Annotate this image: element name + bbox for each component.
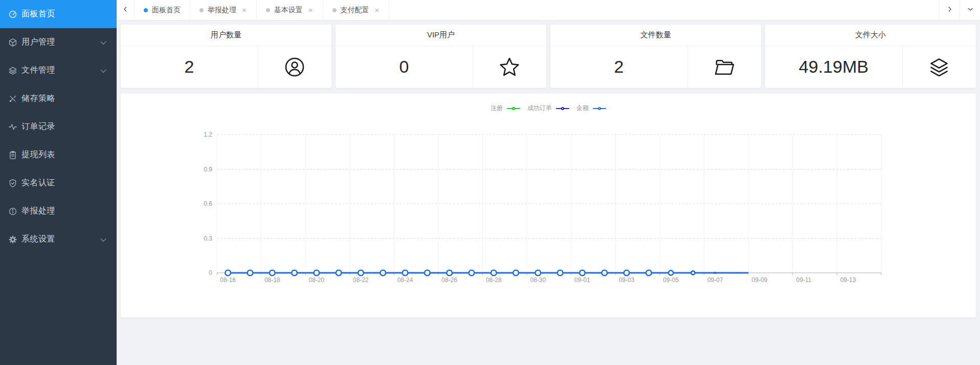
folder-icon — [713, 56, 736, 78]
sidebar-item-5[interactable]: 提现列表 — [0, 141, 117, 169]
sidebar: 面板首页 用户管理 文件管理 储存策略 订单记录 提现列表 实名认证 举报处理 … — [0, 0, 117, 365]
stat-cards-row: 用户数量 2 VIP用户 0 文件数量 2 文件大小 49.19MB — [121, 25, 976, 88]
svg-text:09-01: 09-01 — [574, 276, 590, 284]
tab-close-icon[interactable]: × — [308, 6, 314, 14]
tab-close-icon[interactable]: × — [374, 6, 380, 14]
tab-bar: 面板首页 举报处理 × 基本设置 × 支付配置 × — [117, 0, 980, 20]
svg-text:09-09: 09-09 — [751, 276, 767, 284]
sidebar-item-4[interactable]: 订单记录 — [0, 113, 117, 141]
sidebar-item-label: 面板首页 — [21, 9, 55, 19]
legend-label: 成功订单 — [527, 104, 552, 113]
tab-label: 举报处理 — [208, 6, 236, 15]
layers-icon — [8, 66, 17, 75]
chevron-left-icon — [121, 5, 129, 15]
chart-card: 注册 成功订单 金额 00.30.60.91.208-1608-1808-200… — [121, 94, 976, 317]
svg-text:08-28: 08-28 — [486, 276, 502, 284]
tab-status-dot-icon — [199, 8, 204, 12]
tab[interactable]: 面板首页 — [135, 0, 190, 20]
svg-text:09-03: 09-03 — [619, 276, 635, 284]
chevron-right-icon — [946, 5, 954, 15]
activity-icon — [8, 122, 17, 132]
star-icon — [498, 56, 521, 78]
sidebar-item-label: 储存策略 — [21, 93, 55, 104]
chevron-down-icon — [100, 235, 106, 241]
svg-text:08-16: 08-16 — [220, 276, 236, 284]
legend-item[interactable]: 金额 — [576, 104, 606, 113]
tab[interactable]: 支付配置 × — [323, 0, 390, 20]
svg-text:08-20: 08-20 — [308, 276, 324, 284]
sidebar-item-3[interactable]: 储存策略 — [0, 84, 117, 113]
svg-text:0: 0 — [209, 269, 212, 276]
tab[interactable]: 基本设置 × — [257, 0, 323, 20]
chart-legend: 注册 成功订单 金额 — [121, 104, 976, 113]
sidebar-item-label: 订单记录 — [21, 121, 55, 132]
stat-card-title: VIP用户 — [336, 25, 546, 46]
stat-card-value: 0 — [336, 46, 473, 88]
gear-icon — [8, 235, 17, 244]
trend-chart[interactable]: 00.30.60.91.208-1608-1808-2008-2208-2408… — [121, 94, 976, 317]
sidebar-item-2[interactable]: 文件管理 — [0, 56, 117, 84]
stat-card-value: 2 — [121, 46, 258, 88]
tab-status-dot-icon — [144, 8, 148, 12]
svg-text:0.3: 0.3 — [204, 235, 212, 242]
tools-icon — [8, 94, 17, 103]
svg-text:1.2: 1.2 — [204, 131, 212, 138]
dashboard-icon — [8, 10, 17, 19]
svg-text:09-05: 09-05 — [663, 276, 679, 284]
stat-card: 用户数量 2 — [121, 25, 331, 88]
sidebar-item-label: 举报处理 — [21, 206, 55, 217]
stat-card-value: 2 — [550, 46, 687, 88]
user-icon — [283, 56, 306, 78]
tab-close-icon[interactable]: × — [241, 6, 247, 14]
svg-text:09-13: 09-13 — [840, 276, 856, 284]
stat-card: VIP用户 0 — [336, 25, 546, 88]
stat-card: 文件大小 49.19MB — [765, 25, 976, 88]
tabbar-spacer — [389, 0, 939, 20]
svg-text:09-07: 09-07 — [707, 276, 723, 284]
svg-text:0.9: 0.9 — [204, 166, 212, 173]
sidebar-item-7[interactable]: 举报处理 — [0, 197, 117, 225]
legend-line-marker-icon — [556, 106, 569, 111]
tab-status-dot-icon — [332, 8, 337, 12]
svg-text:0.6: 0.6 — [204, 200, 212, 207]
shield-check-icon — [8, 179, 17, 188]
info-icon — [8, 207, 17, 216]
stat-card-value: 49.19MB — [765, 46, 902, 88]
sidebar-item-label: 文件管理 — [21, 65, 55, 76]
sidebar-item-0[interactable]: 面板首页 — [0, 0, 117, 28]
svg-text:08-24: 08-24 — [397, 276, 413, 284]
tab-label: 支付配置 — [341, 6, 369, 15]
stat-card-title: 文件大小 — [765, 25, 976, 46]
sidebar-item-label: 实名认证 — [21, 178, 55, 188]
tabs-menu-button[interactable] — [960, 0, 980, 20]
legend-item[interactable]: 成功订单 — [527, 104, 569, 113]
stat-card: 文件数量 2 — [550, 25, 761, 88]
legend-line-marker-icon — [593, 106, 606, 111]
stack-icon — [928, 56, 950, 78]
cube-icon — [8, 38, 17, 47]
sidebar-item-label: 系统设置 — [21, 234, 55, 245]
tab[interactable]: 举报处理 × — [190, 0, 257, 20]
chevron-down-icon — [100, 67, 106, 72]
svg-text:09-11: 09-11 — [796, 276, 812, 284]
tab-status-dot-icon — [266, 8, 270, 12]
chevron-down-icon — [100, 38, 106, 44]
sidebar-item-8[interactable]: 系统设置 — [0, 225, 117, 253]
sidebar-item-label: 用户管理 — [21, 37, 55, 48]
stat-card-title: 文件数量 — [550, 25, 761, 46]
sidebar-item-6[interactable]: 实名认证 — [0, 169, 117, 197]
tabs-scroll-left-button[interactable] — [117, 0, 135, 20]
svg-text:08-22: 08-22 — [353, 276, 369, 284]
sidebar-item-1[interactable]: 用户管理 — [0, 28, 117, 56]
svg-text:08-18: 08-18 — [264, 276, 280, 284]
legend-label: 注册 — [491, 104, 503, 113]
legend-line-marker-icon — [507, 106, 520, 111]
open-tabs: 面板首页 举报处理 × 基本设置 × 支付配置 × — [135, 0, 389, 20]
svg-text:08-26: 08-26 — [441, 276, 457, 284]
tab-label: 基本设置 — [274, 6, 303, 15]
tabs-scroll-right-button[interactable] — [939, 0, 960, 20]
legend-label: 金额 — [576, 104, 589, 113]
clipboard-icon — [8, 151, 17, 160]
legend-item[interactable]: 注册 — [491, 104, 520, 113]
chevron-down-icon — [966, 5, 974, 15]
